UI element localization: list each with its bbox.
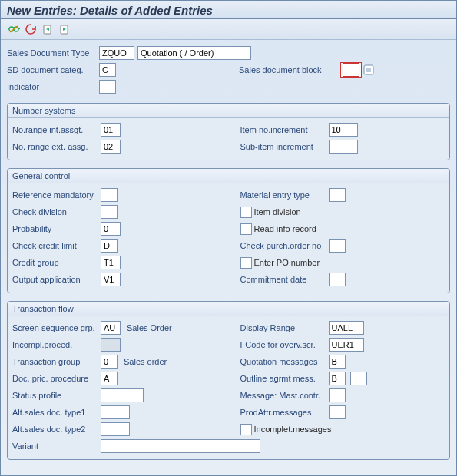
- incompl-proc-field[interactable]: [101, 338, 121, 352]
- sales-doc-type-text-field[interactable]: [137, 46, 251, 60]
- ref-mandatory-field[interactable]: [101, 188, 118, 202]
- header-row-1: Sales Document Type: [7, 45, 450, 61]
- sub-inc-field[interactable]: [329, 140, 358, 154]
- commitment-date-field[interactable]: [329, 273, 346, 286]
- screen-seq-field[interactable]: [101, 321, 121, 335]
- alt1-field[interactable]: [101, 405, 130, 419]
- read-info-checkbox[interactable]: [240, 223, 252, 235]
- doc-pric-label: Doc. pric. procedure: [12, 374, 101, 383]
- sales-doc-type-label: Sales Document Type: [7, 48, 99, 58]
- incomplet-msg-label: Incomplet.messages: [254, 425, 332, 434]
- sales-block-label: Sales document block: [239, 65, 339, 74]
- incompl-proc-label: Incompl.proced.: [12, 340, 101, 349]
- msg-mast-label: Message: Mast.contr.: [240, 391, 329, 400]
- check-po-field[interactable]: [329, 239, 346, 253]
- page-title: New Entries: Details of Added Entries: [1, 1, 456, 19]
- trans-group-field[interactable]: [101, 355, 118, 369]
- credit-group-label: Credit group: [12, 258, 101, 267]
- variant-field[interactable]: [101, 439, 260, 453]
- group-transaction-flow: Transaction flow Screen sequence grp. Sa…: [7, 301, 450, 460]
- group-general-control: General control Reference mandatory Mate…: [7, 168, 450, 293]
- read-info-label: Read info record: [254, 224, 316, 233]
- variant-label: Variant: [12, 441, 101, 451]
- alt1-label: Alt.sales doc. type1: [12, 408, 101, 417]
- quotation-msg-field[interactable]: [329, 355, 346, 369]
- output-app-field[interactable]: [101, 273, 121, 286]
- item-inc-field[interactable]: [329, 123, 358, 137]
- probability-field[interactable]: [101, 222, 121, 236]
- status-profile-label: Status profile: [12, 391, 101, 400]
- alt2-label: Alt.sales doc. type2: [12, 425, 101, 434]
- sales-block-highlight: [340, 62, 362, 78]
- item-division-checkbox[interactable]: [240, 207, 252, 218]
- credit-limit-field[interactable]: [101, 239, 118, 253]
- no-range-ext-field[interactable]: [101, 140, 121, 154]
- refresh-icon[interactable]: [24, 22, 38, 36]
- prodattr-field[interactable]: [329, 405, 346, 419]
- toggle-display-change-icon[interactable]: [7, 22, 21, 36]
- value-help-icon[interactable]: [363, 64, 374, 75]
- enter-po-label: Enter PO number: [254, 258, 320, 267]
- doc-pric-field[interactable]: [101, 372, 118, 385]
- content-area: Sales Document Type SD document categ. S…: [1, 40, 456, 464]
- display-range-label: Display Range: [240, 323, 329, 332]
- quotation-msg-label: Quotation messages: [240, 357, 329, 366]
- check-div-label: Check division: [12, 207, 101, 217]
- toolbar: [1, 19, 456, 40]
- incomplet-msg-checkbox[interactable]: [240, 424, 252, 435]
- header-row-3: Indicator: [7, 78, 450, 95]
- outline-msg-label: Outline agrmt mess.: [240, 374, 329, 383]
- credit-group-field[interactable]: [101, 256, 121, 269]
- display-range-field[interactable]: [329, 321, 364, 335]
- next-entry-icon[interactable]: [58, 22, 71, 36]
- no-range-ext-label: No. range ext. assg.: [12, 142, 101, 151]
- trans-group-label: Transaction group: [12, 357, 101, 366]
- indicator-label: Indicator: [7, 82, 99, 91]
- no-range-int-field[interactable]: [101, 123, 121, 137]
- group-number-systems: Number systems No.range int.assgt. Item …: [7, 103, 450, 160]
- check-div-field[interactable]: [101, 205, 118, 219]
- group-title-number-systems: Number systems: [8, 104, 449, 118]
- svg-rect-5: [366, 68, 371, 72]
- check-po-label: Check purch.order no: [240, 241, 329, 250]
- outline-msg-field[interactable]: [329, 372, 346, 385]
- screen-seq-text: Sales Order: [127, 323, 172, 332]
- indicator-field[interactable]: [99, 80, 116, 94]
- group-title-transaction-flow: Transaction flow: [8, 302, 449, 316]
- sales-doc-type-field[interactable]: [99, 46, 134, 60]
- alt2-field[interactable]: [101, 422, 130, 436]
- sd-doc-categ-field[interactable]: [99, 63, 116, 77]
- ref-mandatory-label: Reference mandatory: [12, 190, 101, 200]
- credit-limit-label: Check credit limit: [12, 241, 101, 250]
- sales-block-field[interactable]: [343, 63, 359, 77]
- item-division-label: Item division: [254, 207, 301, 217]
- outline-msg-extra-field[interactable]: [350, 372, 367, 385]
- probability-label: Probability: [12, 224, 101, 233]
- sd-doc-categ-label: SD document categ.: [7, 65, 99, 74]
- commitment-date-label: Commitment date: [240, 275, 329, 284]
- mat-entry-field[interactable]: [329, 188, 346, 202]
- fcode-field[interactable]: [329, 338, 364, 352]
- group-title-general-control: General control: [8, 169, 449, 183]
- sub-inc-label: Sub-item increment: [240, 142, 329, 151]
- enter-po-checkbox[interactable]: [240, 257, 252, 269]
- item-inc-label: Item no.increment: [240, 125, 329, 134]
- output-app-label: Output application: [12, 275, 101, 284]
- previous-entry-icon[interactable]: [41, 22, 55, 36]
- status-profile-field[interactable]: [101, 388, 144, 402]
- sap-window: New Entries: Details of Added Entries Sa…: [0, 0, 457, 476]
- screen-seq-label: Screen sequence grp.: [12, 323, 101, 332]
- trans-group-text: Sales order: [124, 357, 167, 366]
- fcode-label: FCode for overv.scr.: [240, 340, 329, 349]
- msg-mast-field[interactable]: [329, 388, 346, 402]
- prodattr-label: ProdAttr.messages: [240, 408, 329, 417]
- mat-entry-label: Material entry type: [240, 190, 329, 200]
- header-row-2: SD document categ. Sales document block: [7, 61, 450, 78]
- no-range-int-label: No.range int.assgt.: [12, 125, 101, 134]
